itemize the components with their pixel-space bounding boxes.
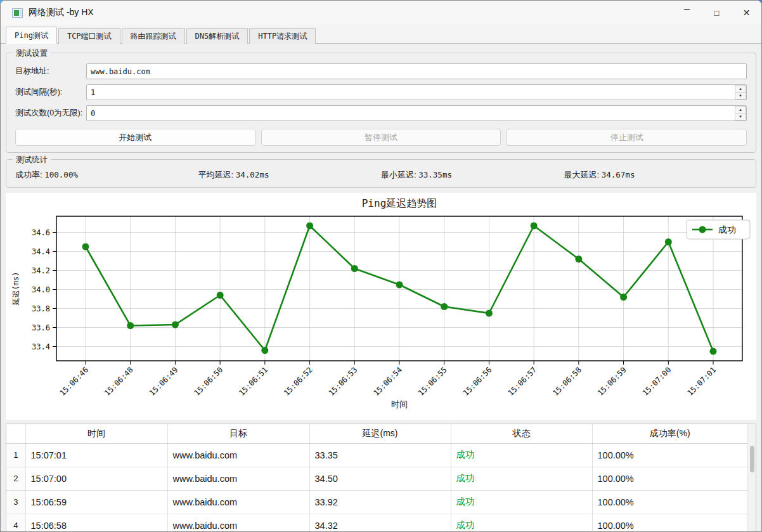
tab-ping-test[interactable]: Ping测试	[6, 27, 57, 44]
svg-text:33.6: 33.6	[32, 323, 50, 332]
success-rate-stat: 成功率: 100.00%	[15, 169, 198, 181]
tab-traceroute-test[interactable]: 路由跟踪测试	[122, 28, 185, 44]
tab-bar: Ping测试 TCP端口测试 路由跟踪测试 DNS解析测试 HTTP请求测试	[1, 25, 761, 44]
table-scrollbar-thumb[interactable]	[750, 446, 754, 472]
max-latency-value: 34.67ms	[602, 170, 635, 179]
stop-test-button[interactable]: 停止测试	[507, 129, 747, 146]
interval-row: 测试间隔(秒): ▲ ▼	[15, 84, 747, 100]
target-address-row: 目标地址:	[15, 63, 747, 79]
svg-text:15:06:49: 15:06:49	[148, 365, 180, 398]
cell-success-rate: 100.00%	[592, 514, 747, 532]
interval-input[interactable]	[86, 84, 747, 100]
row-number: 3	[6, 490, 25, 514]
success-rate-label: 成功率:	[15, 170, 42, 179]
close-icon[interactable]: ✕	[732, 1, 761, 25]
start-test-button[interactable]: 开始测试	[15, 129, 255, 146]
cell-delay: 34.32	[309, 514, 451, 532]
cell-target: www.baidu.com	[167, 514, 309, 532]
row-number: 2	[6, 467, 25, 490]
col-time: 时间	[25, 424, 167, 443]
tab-dns-test[interactable]: DNS解析测试	[186, 28, 249, 44]
col-target: 目标	[167, 424, 309, 443]
svg-text:15:06:58: 15:06:58	[551, 365, 583, 398]
svg-text:15:06:59: 15:06:59	[596, 365, 628, 398]
svg-text:34.0: 34.0	[32, 285, 50, 294]
title-bar: 网络测试 -by HX – □ ✕	[1, 1, 761, 25]
svg-text:15:07:01: 15:07:01	[685, 365, 718, 398]
svg-text:15:06:46: 15:06:46	[58, 365, 90, 398]
settings-groupbox: 测试设置 目标地址: 测试间隔(秒): ▲ ▼ 测试次数(0为无限)	[6, 53, 756, 153]
target-address-input[interactable]	[86, 63, 747, 79]
table-row[interactable]: 4 15:06:58 www.baidu.com 34.32 成功 100.00…	[6, 514, 747, 532]
interval-label: 测试间隔(秒):	[15, 87, 86, 98]
avg-latency-stat: 平均延迟: 34.02ms	[198, 169, 382, 181]
avg-latency-value: 34.02ms	[236, 170, 269, 179]
svg-text:33.8: 33.8	[32, 304, 50, 313]
svg-text:Ping延迟趋势图: Ping延迟趋势图	[362, 197, 437, 209]
cell-success-rate: 100.00%	[592, 443, 747, 467]
cell-target: www.baidu.com	[167, 443, 309, 467]
col-success-rate: 成功率(%)	[592, 424, 747, 443]
max-latency-label: 最大延迟:	[564, 170, 600, 179]
min-latency-stat: 最小延迟: 33.35ms	[381, 169, 564, 181]
tab-http-test[interactable]: HTTP请求测试	[249, 28, 316, 44]
app-icon	[12, 8, 23, 18]
tab-tcp-port-test[interactable]: TCP端口测试	[58, 28, 120, 44]
cell-time: 15:07:00	[25, 467, 167, 490]
cell-delay: 33.35	[309, 443, 451, 467]
corner-header	[6, 424, 25, 443]
action-button-row: 开始测试 暂停测试 停止测试	[15, 129, 747, 146]
svg-text:15:06:57: 15:06:57	[506, 365, 538, 398]
success-rate-value: 100.00%	[44, 170, 78, 179]
minimize-icon[interactable]: –	[672, 0, 702, 21]
results-table: 时间 目标 延迟(ms) 状态 成功率(%) 1 15:07:01 www.ba…	[6, 424, 747, 532]
interval-spin-down-icon[interactable]: ▼	[735, 92, 746, 100]
table-row[interactable]: 1 15:07:01 www.baidu.com 33.35 成功 100.00…	[6, 443, 747, 467]
svg-text:时间: 时间	[391, 399, 408, 409]
pause-test-button[interactable]: 暂停测试	[261, 129, 501, 146]
svg-text:15:06:48: 15:06:48	[103, 365, 135, 398]
row-number: 1	[6, 443, 25, 467]
cell-time: 15:06:59	[25, 490, 167, 514]
cell-status: 成功	[451, 467, 592, 490]
cell-delay: 33.92	[309, 490, 451, 514]
table-scrollbar[interactable]	[747, 424, 756, 532]
cell-delay: 34.50	[309, 467, 451, 490]
col-delay: 延迟(ms)	[309, 424, 451, 443]
table-row[interactable]: 3 15:06:59 www.baidu.com 33.92 成功 100.00…	[6, 490, 747, 514]
cell-success-rate: 100.00%	[592, 467, 747, 490]
stats-group-label: 测试统计	[13, 155, 51, 165]
cell-status: 成功	[451, 514, 592, 532]
svg-text:15:06:53: 15:06:53	[327, 365, 359, 398]
chart-panel: 33.433.633.834.034.234.434.615:06:4615:0…	[6, 193, 756, 420]
cell-target: www.baidu.com	[167, 467, 309, 490]
svg-text:34.2: 34.2	[32, 266, 50, 275]
svg-text:成功: 成功	[718, 224, 736, 235]
svg-text:15:06:56: 15:06:56	[462, 365, 494, 398]
count-label: 测试次数(0为无限):	[15, 108, 86, 119]
table-row[interactable]: 2 15:07:00 www.baidu.com 34.50 成功 100.00…	[6, 467, 747, 490]
ping-test-page: 测试设置 目标地址: 测试间隔(秒): ▲ ▼ 测试次数(0为无限)	[1, 44, 761, 532]
cell-time: 15:06:58	[25, 514, 167, 532]
target-address-wrap	[86, 63, 747, 79]
cell-target: www.baidu.com	[167, 490, 309, 514]
maximize-icon[interactable]: □	[702, 1, 732, 25]
interval-spinbox: ▲ ▼	[86, 84, 747, 100]
results-table-panel: 时间 目标 延迟(ms) 状态 成功率(%) 1 15:07:01 www.ba…	[6, 424, 756, 532]
interval-spin-up-icon[interactable]: ▲	[735, 85, 746, 92]
svg-text:15:06:50: 15:06:50	[192, 365, 224, 398]
svg-text:15:06:55: 15:06:55	[417, 365, 449, 398]
min-latency-value: 33.35ms	[418, 170, 452, 179]
cell-status: 成功	[451, 443, 592, 467]
svg-text:延迟(ms): 延迟(ms)	[11, 272, 20, 306]
settings-group-label: 测试设置	[13, 48, 51, 59]
count-spin-down-icon[interactable]: ▼	[735, 113, 746, 120]
count-input[interactable]	[86, 105, 747, 121]
max-latency-stat: 最大延迟: 34.67ms	[564, 169, 747, 181]
avg-latency-label: 平均延迟:	[198, 170, 234, 179]
count-spin-up-icon[interactable]: ▲	[735, 106, 746, 113]
count-row: 测试次数(0为无限): ▲ ▼	[15, 105, 747, 121]
svg-text:34.4: 34.4	[32, 247, 50, 256]
svg-text:15:06:54: 15:06:54	[371, 365, 404, 398]
app-window: 网络测试 -by HX – □ ✕ Ping测试 TCP端口测试 路由跟踪测试 …	[0, 0, 762, 532]
